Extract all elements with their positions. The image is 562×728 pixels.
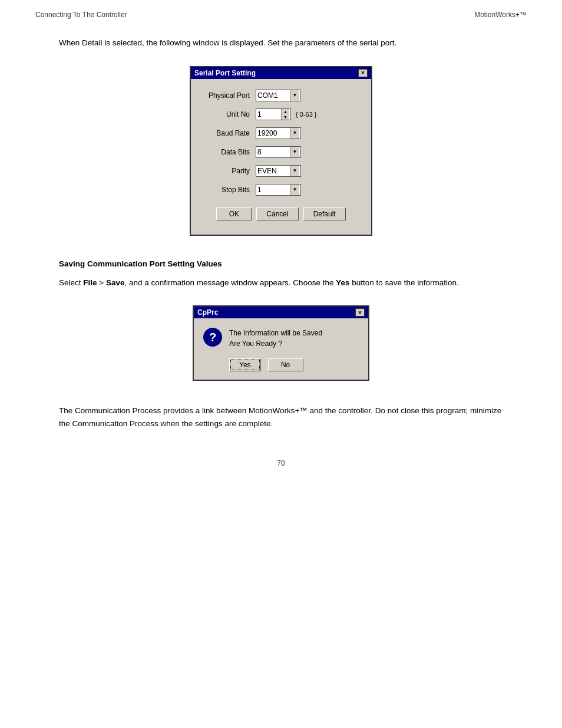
yes-button[interactable]: Yes <box>229 358 261 371</box>
intro-text: When Detail is selected, the following w… <box>59 37 503 50</box>
unit-no-control: 1 ▲ ▼ { 0-63 } <box>256 108 316 120</box>
stop-bits-label: Stop Bits <box>203 186 256 194</box>
physical-port-label: Physical Port <box>203 91 256 100</box>
data-bits-control: 8 ▼ <box>256 146 301 158</box>
cpprc-body: ? The Information will be Saved Are You … <box>194 318 368 380</box>
baud-rate-control: 19200 ▼ <box>256 127 301 139</box>
header-left: Connecting To The Controller <box>35 11 127 19</box>
serial-dialog-buttons: OK Cancel Default <box>203 203 359 226</box>
baud-rate-row: Baud Rate 19200 ▼ <box>203 127 359 139</box>
parity-arrow[interactable]: ▼ <box>290 166 299 176</box>
data-bits-arrow[interactable]: ▼ <box>290 147 299 157</box>
data-bits-label: Data Bits <box>203 148 256 156</box>
serial-port-dialog: Serial Port Setting × Physical Port COM1… <box>190 66 372 236</box>
parity-select[interactable]: EVEN ▼ <box>256 165 301 177</box>
parity-value: EVEN <box>257 167 290 175</box>
ok-button[interactable]: OK <box>216 207 252 220</box>
serial-dialog-body: Physical Port COM1 ▼ Unit No 1 <box>191 79 371 235</box>
save-bold: Save <box>106 278 125 287</box>
yes-bold: Yes <box>336 278 349 287</box>
unit-no-spinner[interactable]: 1 ▲ ▼ <box>256 108 291 120</box>
serial-dialog-container: Serial Port Setting × Physical Port COM1… <box>59 66 503 236</box>
no-button[interactable]: No <box>268 358 303 371</box>
bottom-text: The Communication Process provides a lin… <box>59 404 503 430</box>
cpprc-line1: The Information will be Saved <box>229 328 322 338</box>
data-bits-row: Data Bits 8 ▼ <box>203 146 359 158</box>
serial-dialog-title: Serial Port Setting <box>194 69 256 77</box>
unit-no-up[interactable]: ▲ <box>282 109 289 114</box>
cpprc-buttons: Yes No <box>203 358 303 371</box>
unit-no-arrows[interactable]: ▲ ▼ <box>281 109 289 120</box>
cpprc-title: CpPrc <box>197 308 218 317</box>
stop-bits-select[interactable]: 1 ▼ <box>256 184 301 196</box>
data-bits-value: 8 <box>257 148 290 156</box>
cpprc-close[interactable]: × <box>355 308 365 317</box>
section-suffix: , and a confirmation message window appe… <box>124 278 336 287</box>
stop-bits-row: Stop Bits 1 ▼ <box>203 184 359 196</box>
unit-no-label: Unit No <box>203 110 256 118</box>
question-icon: ? <box>203 328 222 347</box>
physical-port-arrow[interactable]: ▼ <box>290 90 299 101</box>
cpprc-message-row: ? The Information will be Saved Are You … <box>203 328 322 349</box>
baud-rate-arrow[interactable]: ▼ <box>290 128 299 139</box>
baud-rate-select[interactable]: 19200 ▼ <box>256 127 301 139</box>
unit-no-hint: { 0-63 } <box>296 111 316 118</box>
serial-dialog-close[interactable]: × <box>358 69 368 77</box>
section-prefix: Select <box>59 278 83 287</box>
unit-no-row: Unit No 1 ▲ ▼ { 0-63 } <box>203 108 359 120</box>
baud-rate-value: 19200 <box>257 129 290 137</box>
default-button[interactable]: Default <box>303 207 346 220</box>
physical-port-select[interactable]: COM1 ▼ <box>256 90 301 101</box>
page-content: When Detail is selected, the following w… <box>0 19 562 447</box>
page-header: Connecting To The Controller MotionWorks… <box>0 0 562 19</box>
cpprc-line2: Are You Ready ? <box>229 338 322 349</box>
unit-no-down[interactable]: ▼ <box>282 114 289 120</box>
physical-port-row: Physical Port COM1 ▼ <box>203 90 359 101</box>
page-footer: 70 <box>0 447 562 479</box>
section-text: Select File > Save, and a confirmation m… <box>59 276 503 289</box>
page-number: 70 <box>277 459 285 467</box>
unit-no-value: 1 <box>257 110 281 118</box>
physical-port-value: COM1 <box>257 91 290 100</box>
cpprc-message-text: The Information will be Saved Are You Re… <box>229 328 322 349</box>
header-right: MotionWorks+™ <box>474 11 527 19</box>
physical-port-control: COM1 ▼ <box>256 90 301 101</box>
cancel-button[interactable]: Cancel <box>256 207 298 220</box>
section-heading: Saving Communication Port Setting Values <box>59 259 503 268</box>
stop-bits-arrow[interactable]: ▼ <box>290 185 299 195</box>
parity-row: Parity EVEN ▼ <box>203 165 359 177</box>
parity-control: EVEN ▼ <box>256 165 301 177</box>
parity-label: Parity <box>203 167 256 175</box>
section-gt: > <box>97 278 106 287</box>
cpprc-dialog: CpPrc × ? The Information will be Saved … <box>193 305 369 381</box>
file-bold: File <box>83 278 97 287</box>
baud-rate-label: Baud Rate <box>203 129 256 137</box>
serial-dialog-titlebar: Serial Port Setting × <box>191 67 371 79</box>
cpprc-titlebar: CpPrc × <box>194 307 368 318</box>
stop-bits-control: 1 ▼ <box>256 184 301 196</box>
stop-bits-value: 1 <box>257 186 290 194</box>
section-suffix2: button to save the information. <box>349 278 458 287</box>
data-bits-select[interactable]: 8 ▼ <box>256 146 301 158</box>
cpprc-dialog-container: CpPrc × ? The Information will be Saved … <box>59 305 503 381</box>
